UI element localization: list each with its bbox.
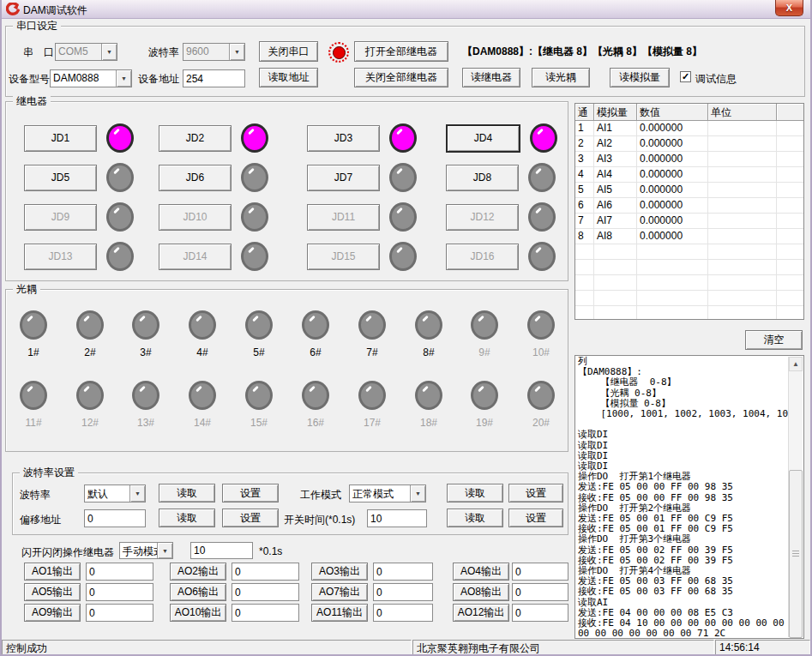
chevron-down-icon[interactable]: ▼: [229, 44, 244, 60]
col-header-unit[interactable]: 单位: [708, 104, 777, 121]
port-select[interactable]: COM5 ▼: [55, 43, 117, 61]
relay-button-jd5[interactable]: JD5: [24, 165, 97, 191]
switch-read-button[interactable]: 读取: [447, 509, 503, 527]
flash-time-input[interactable]: [190, 542, 253, 559]
ao3-output-input[interactable]: [373, 563, 433, 581]
ao10-output-input[interactable]: [232, 604, 299, 622]
ao12-output-input[interactable]: [512, 604, 568, 622]
workmode-select[interactable]: 正常模式 ▼: [349, 484, 426, 503]
opto-11: 11#: [6, 381, 61, 429]
relay-button-jd8[interactable]: JD8: [446, 165, 519, 191]
relay-button-jd4[interactable]: JD4: [446, 124, 520, 153]
read-address-button[interactable]: 读取地址: [259, 68, 318, 87]
flash-mode-select[interactable]: 手动模式 ▼: [119, 542, 173, 559]
opto-label-16: 16#: [307, 417, 324, 429]
col-header-analog[interactable]: 模拟量: [594, 104, 637, 121]
opto-label-3: 3#: [140, 346, 151, 358]
relay-button-jd11: JD11: [307, 204, 380, 231]
ao5-output-input[interactable]: [86, 583, 153, 601]
baud-set-select[interactable]: 默认 ▼: [84, 484, 146, 503]
table-row-empty: [575, 291, 803, 306]
relay-led-jd7-off: [389, 163, 417, 192]
ao6-output-input[interactable]: [232, 583, 299, 601]
ao12-output-button[interactable]: AO12输出: [453, 604, 509, 622]
relay-button-jd3[interactable]: JD3: [307, 125, 380, 152]
ao3-output-button[interactable]: AO3输出: [311, 563, 368, 581]
read-relay-button[interactable]: 读继电器: [462, 68, 520, 87]
ao4-output-button[interactable]: AO4输出: [453, 563, 509, 581]
table-row: 6 AI6 0.000000: [575, 198, 803, 214]
workmode-select-value: 正常模式: [350, 485, 410, 502]
baudrate-label: 波特率: [148, 45, 179, 60]
ao2-output-input[interactable]: [232, 563, 299, 581]
ao6-output-button[interactable]: AO6输出: [170, 583, 226, 601]
scroll-up-icon[interactable]: ▲: [789, 357, 803, 371]
relay-cell-jd13: JD13: [24, 242, 134, 271]
relay-led-jd2-on: [241, 123, 268, 153]
opto-led-4: [189, 310, 216, 340]
model-select[interactable]: DAM0888 ▼: [50, 69, 132, 87]
ao8-output-button[interactable]: AO8输出: [453, 583, 509, 601]
ao8-output-input[interactable]: [512, 583, 568, 601]
offset-set-button[interactable]: 设置: [222, 509, 279, 527]
ao5-output-button[interactable]: AO5输出: [24, 583, 81, 601]
offset-label: 偏移地址: [20, 513, 61, 527]
opto-label-1: 1#: [27, 346, 39, 358]
chevron-down-icon[interactable]: ▼: [157, 543, 172, 558]
cell-name: AI7: [594, 214, 637, 229]
ao11-output-button[interactable]: AO11输出: [311, 604, 368, 622]
col-header-value[interactable]: 数值: [637, 104, 708, 121]
ao11-output-input[interactable]: [373, 604, 433, 622]
ao9-output-button[interactable]: AO9输出: [24, 604, 81, 622]
baud-set-button[interactable]: 设置: [222, 484, 279, 503]
baud-read-button[interactable]: 读取: [159, 484, 215, 503]
switch-time-input[interactable]: [367, 509, 427, 527]
relay-led-jd6-off: [241, 163, 268, 192]
relay-button-jd10: JD10: [159, 204, 232, 231]
open-all-relays-button[interactable]: 打开全部继电器: [354, 41, 448, 62]
ao2-output-button[interactable]: AO2输出: [170, 563, 226, 581]
ao9-output-input[interactable]: [86, 604, 153, 622]
cell-unit: [708, 229, 777, 244]
relay-button-jd6[interactable]: JD6: [159, 165, 232, 191]
chevron-down-icon[interactable]: ▼: [410, 485, 425, 502]
close-serial-button[interactable]: 关闭串口: [259, 41, 318, 62]
close-button[interactable]: X: [775, 0, 803, 16]
chevron-down-icon[interactable]: ▼: [116, 70, 131, 87]
relay-button-jd1[interactable]: JD1: [24, 125, 97, 152]
read-analog-button[interactable]: 读模拟量: [610, 68, 670, 87]
workmode-set-button[interactable]: 设置: [508, 484, 563, 503]
ao1-output-input[interactable]: [86, 563, 153, 581]
device-address-input[interactable]: [183, 69, 245, 87]
baudrate-select-value: 9600: [183, 44, 229, 60]
relay-button-jd7[interactable]: JD7: [307, 165, 380, 191]
close-all-relays-button[interactable]: 关闭全部继电器: [354, 68, 448, 87]
ao4-output-input[interactable]: [512, 563, 568, 581]
chevron-down-icon[interactable]: ▼: [129, 485, 145, 502]
col-header-channel[interactable]: 通: [575, 104, 594, 121]
relay-button-jd2[interactable]: JD2: [159, 125, 232, 152]
relay-led-jd10-off: [241, 202, 268, 232]
ao7-output-button[interactable]: AO7输出: [311, 583, 368, 601]
cell-blank: [777, 229, 803, 244]
opto-led-7: [358, 310, 386, 340]
cell-unit: [708, 121, 777, 136]
table-row: 1 AI1 0.000000: [575, 121, 803, 136]
workmode-read-button[interactable]: 读取: [447, 484, 503, 503]
log-scrollbar[interactable]: ▲: [788, 357, 803, 637]
ao10-output-button[interactable]: AO10输出: [170, 604, 226, 622]
ao7-output-input[interactable]: [373, 583, 433, 601]
switch-set-button[interactable]: 设置: [508, 509, 563, 527]
ao1-output-button[interactable]: AO1输出: [24, 563, 81, 581]
relay-button-jd12: JD12: [446, 204, 519, 231]
debug-info-checkbox[interactable]: ✓: [680, 71, 691, 82]
scrollbar-thumb[interactable]: [789, 470, 803, 638]
clear-log-button[interactable]: 清空: [745, 330, 803, 350]
offset-read-button[interactable]: 读取: [159, 509, 215, 527]
read-opto-button[interactable]: 读光耦: [532, 68, 590, 87]
chevron-down-icon[interactable]: ▼: [101, 44, 117, 60]
offset-input[interactable]: [84, 509, 146, 527]
baudrate-select[interactable]: 9600 ▼: [183, 43, 245, 61]
log-panel[interactable]: 列 【DAM0888】: 【继电器 0-8】 【光耦 0-8】 【模拟量 0-8…: [574, 355, 804, 639]
opto-led-10: [527, 310, 555, 340]
